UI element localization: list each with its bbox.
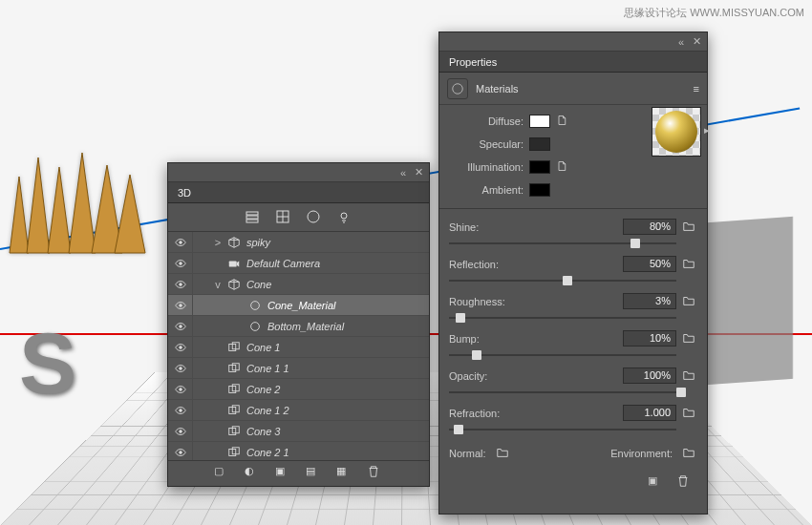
folder-icon[interactable]: [682, 220, 697, 235]
visibility-toggle[interactable]: [168, 379, 193, 399]
color-swatch[interactable]: [529, 160, 550, 174]
slider-value[interactable]: 10%: [623, 330, 676, 346]
svg-point-22: [179, 304, 182, 306]
svg-marker-1: [27, 158, 50, 253]
tree-row[interactable]: vCone: [168, 274, 429, 295]
collapse-icon[interactable]: «: [396, 166, 410, 179]
svg-point-35: [179, 409, 182, 411]
slider-thumb[interactable]: [472, 350, 481, 360]
slider-value[interactable]: 3%: [623, 293, 676, 309]
panel-menu-icon[interactable]: ≡: [694, 83, 699, 94]
footer-light-icon[interactable]: ◐: [245, 465, 262, 482]
material-preview[interactable]: [652, 107, 701, 157]
visibility-toggle[interactable]: [168, 421, 193, 441]
panel-tab-label: 3D: [178, 187, 191, 199]
tree-row[interactable]: Cone 1 2: [168, 400, 429, 421]
tree-row[interactable]: Bottom_Material: [168, 316, 429, 337]
tree-row[interactable]: Cone 3: [168, 421, 429, 442]
slider-track[interactable]: [449, 311, 676, 325]
folder-icon[interactable]: [496, 446, 511, 461]
slider-track[interactable]: [449, 423, 676, 436]
trash-icon[interactable]: [676, 474, 694, 492]
slider-track[interactable]: [449, 237, 676, 250]
tree-row[interactable]: Default Camera: [168, 253, 429, 274]
slider-thumb[interactable]: [454, 425, 463, 434]
expand-toggle[interactable]: >: [210, 237, 225, 248]
folder-icon[interactable]: [682, 446, 697, 461]
folder-icon[interactable]: [682, 257, 697, 272]
filter-material-icon[interactable]: [306, 209, 323, 226]
slider-thumb[interactable]: [563, 276, 572, 285]
color-swatch[interactable]: [529, 115, 550, 128]
3d-scene-tree: >spikyDefault CameravConeCone_MaterialBo…: [168, 232, 429, 461]
panel-tab[interactable]: 3D: [168, 182, 429, 203]
folder-icon[interactable]: [682, 294, 697, 309]
tree-row[interactable]: Cone 1 1: [168, 358, 429, 379]
slider-label: Roughness:: [449, 296, 623, 307]
filter-scene-icon[interactable]: [245, 209, 262, 226]
folder-icon[interactable]: [682, 331, 697, 346]
tree-item-label: Bottom_Material: [267, 321, 344, 332]
swatch-label: Illumination:: [449, 161, 524, 173]
slider-value[interactable]: 50%: [623, 256, 676, 272]
meshes-icon: [225, 402, 243, 419]
visibility-toggle[interactable]: [168, 358, 193, 378]
slider-row: Reflection:50%: [449, 256, 697, 287]
color-swatch[interactable]: [529, 137, 550, 151]
slider-thumb[interactable]: [456, 313, 465, 323]
close-icon[interactable]: ✕: [690, 35, 703, 49]
collapse-icon[interactable]: «: [674, 35, 688, 49]
slider-value[interactable]: 100%: [623, 368, 676, 384]
tree-item-label: Cone 3: [246, 426, 280, 437]
svg-point-47: [453, 83, 463, 94]
tree-row[interactable]: Cone 2 1: [168, 442, 429, 461]
render-icon[interactable]: ▣: [648, 474, 665, 492]
trash-icon[interactable]: [367, 465, 384, 482]
tree-row[interactable]: Cone_Material: [168, 295, 429, 316]
filter-light-icon[interactable]: [336, 209, 353, 226]
svg-point-32: [179, 388, 182, 390]
visibility-toggle[interactable]: [168, 337, 193, 357]
visibility-toggle[interactable]: [168, 253, 193, 273]
visibility-toggle[interactable]: [168, 400, 193, 420]
footer-icon[interactable]: ▢: [214, 465, 231, 482]
svg-point-16: [308, 211, 319, 222]
panel-tab[interactable]: Properties: [439, 52, 707, 73]
close-icon[interactable]: ✕: [412, 166, 425, 179]
visibility-toggle[interactable]: [168, 295, 193, 315]
footer-render-icon[interactable]: ▤: [306, 465, 323, 482]
expand-toggle[interactable]: v: [210, 279, 225, 290]
svg-rect-13: [246, 216, 258, 219]
tree-row[interactable]: >spiky: [168, 232, 429, 253]
materials-section-icon[interactable]: [447, 78, 468, 99]
visibility-toggle[interactable]: [168, 316, 193, 336]
slider-value[interactable]: 80%: [623, 219, 676, 235]
slider-track[interactable]: [449, 274, 676, 287]
slider-thumb[interactable]: [676, 388, 686, 397]
slider-value[interactable]: 1.000: [623, 405, 676, 421]
folder-icon[interactable]: [682, 368, 697, 384]
tree-row[interactable]: Cone 1: [168, 337, 429, 358]
folder-icon[interactable]: [682, 406, 697, 421]
block-3d: [707, 217, 793, 385]
panel-header[interactable]: « ✕: [168, 163, 429, 182]
visibility-toggle[interactable]: [168, 442, 193, 461]
footer-new-icon[interactable]: ▣: [275, 465, 292, 482]
color-swatch[interactable]: [529, 183, 550, 197]
tree-row[interactable]: Cone 2: [168, 379, 429, 400]
svg-marker-4: [92, 165, 122, 253]
footer-add-icon[interactable]: ▦: [336, 465, 353, 482]
meshes-icon: [225, 360, 243, 377]
visibility-toggle[interactable]: [168, 274, 193, 294]
slider-track[interactable]: [449, 348, 676, 362]
preview-dropdown-icon[interactable]: ▸: [704, 124, 710, 136]
panel-header[interactable]: « ✕: [439, 32, 707, 52]
svg-marker-0: [10, 177, 29, 253]
slider-thumb[interactable]: [630, 239, 640, 248]
filter-mesh-icon[interactable]: [275, 209, 292, 226]
visibility-toggle[interactable]: [168, 232, 193, 252]
slider-track[interactable]: [449, 386, 676, 399]
svg-rect-20: [229, 261, 237, 266]
texture-icon[interactable]: [556, 115, 569, 128]
texture-icon[interactable]: [556, 160, 569, 174]
